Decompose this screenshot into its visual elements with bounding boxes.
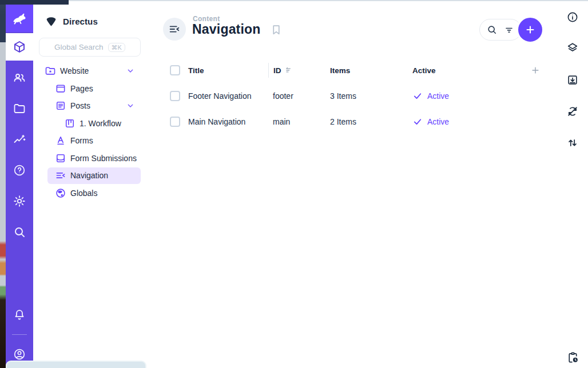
cell-title: Main Navigation — [188, 117, 268, 126]
add-item-button[interactable] — [517, 16, 544, 43]
module-insights[interactable] — [6, 126, 33, 153]
module-files[interactable] — [6, 95, 33, 122]
collection-icon-button[interactable] — [163, 18, 186, 41]
kanban-icon — [64, 118, 76, 129]
nav-list-icon — [168, 23, 181, 35]
module-settings[interactable] — [6, 187, 33, 215]
folder-icon — [13, 102, 26, 115]
sync-disabled-icon — [566, 105, 579, 118]
cell-id: footer — [268, 91, 325, 101]
table-row[interactable]: Main Navigation main 2 Items Active — [170, 109, 541, 134]
column-header-id-label: ID — [273, 66, 281, 75]
info-sidebar-button[interactable] — [566, 11, 579, 23]
collection-tree: Website Pages Posts — [33, 62, 150, 202]
row-checkbox[interactable] — [170, 117, 180, 127]
tree-item-navigation[interactable]: Navigation — [33, 167, 150, 185]
active-label: Active — [427, 91, 449, 101]
project-name: Directus — [63, 17, 98, 26]
tree-item-label: Posts — [70, 101, 90, 110]
directus-logo-button[interactable] — [6, 5, 33, 32]
gear-icon — [13, 194, 26, 208]
box-icon — [13, 40, 26, 54]
tree-item-posts[interactable]: Posts — [33, 97, 150, 115]
sort-indicator-icon[interactable] — [285, 66, 293, 74]
table-row[interactable]: Footer Navigation footer 3 Items Active — [170, 83, 541, 109]
tree-item-label: Forms — [70, 136, 93, 145]
check-icon — [412, 117, 423, 127]
search-icon — [13, 225, 26, 239]
tree-item-form-submissions[interactable]: Form Submissions — [33, 150, 150, 167]
tree-item-forms[interactable]: Forms — [33, 132, 150, 150]
module-users[interactable] — [6, 64, 33, 91]
filter-icon[interactable] — [503, 24, 515, 35]
folder-star-icon — [45, 65, 56, 77]
check-icon — [412, 91, 423, 101]
global-search-placeholder: Global Search — [54, 43, 104, 51]
insights-icon — [13, 133, 26, 146]
letter-a-icon — [55, 135, 66, 146]
search-icon[interactable] — [486, 24, 498, 35]
cell-id: main — [268, 117, 325, 126]
tree-item-label: Navigation — [70, 171, 108, 180]
global-search-input[interactable]: Global Search ⌘K — [39, 38, 141, 57]
chevron-down-icon[interactable] — [126, 101, 135, 110]
cell-active: Active — [408, 117, 525, 127]
nav-sidebar: Directus Global Search ⌘K Website — [33, 5, 150, 368]
select-all-checkbox[interactable] — [170, 65, 180, 75]
tree-item-label: Pages — [70, 84, 93, 93]
import-export-button[interactable] — [566, 74, 579, 86]
module-help[interactable] — [6, 157, 33, 184]
module-search[interactable] — [6, 218, 33, 246]
module-bar — [6, 5, 33, 368]
people-icon — [13, 71, 26, 85]
row-checkbox[interactable] — [170, 91, 180, 101]
tree-item-label: Website — [60, 66, 89, 75]
tree-item-workflow[interactable]: 1. Workflow — [33, 115, 150, 133]
bell-icon — [13, 308, 26, 322]
project-header[interactable]: Directus — [33, 5, 150, 30]
tree-item-pages[interactable]: Pages — [33, 80, 150, 98]
tree-item-label: Globals — [70, 189, 97, 198]
cell-active: Active — [408, 91, 525, 101]
column-header-items[interactable]: Items — [325, 66, 408, 75]
article-icon — [55, 100, 66, 111]
column-header-title[interactable]: Title — [188, 66, 268, 75]
active-label: Active — [427, 117, 449, 126]
cell-items: 3 Items — [325, 91, 408, 101]
status-popup — [6, 361, 146, 368]
select-all-cell — [170, 65, 188, 75]
notifications-button[interactable] — [6, 301, 33, 329]
top-chrome-line — [0, 0, 588, 1]
import-box-icon — [566, 74, 579, 86]
project-logo-icon — [45, 15, 58, 28]
module-bar-divider — [12, 334, 27, 335]
module-content[interactable] — [6, 33, 33, 61]
tree-item-label: Form Submissions — [70, 154, 137, 163]
rabbit-logo-icon — [11, 10, 28, 27]
add-column-button[interactable] — [525, 65, 541, 75]
tree-item-globals[interactable]: Globals — [33, 185, 150, 202]
pending-actions-icon — [566, 351, 579, 364]
column-header-id[interactable]: ID — [268, 63, 325, 78]
info-icon — [566, 11, 579, 23]
globe-icon — [55, 187, 66, 199]
shortcut-badge: ⌘K — [108, 43, 125, 52]
sync-disabled-button[interactable] — [566, 105, 579, 118]
activity-log-button[interactable] — [566, 351, 579, 363]
module-bar-bottom — [6, 301, 33, 368]
layers-icon — [566, 42, 579, 54]
layout-options-button[interactable] — [566, 42, 579, 54]
swap-vertical-icon — [566, 137, 579, 149]
desktop-background-strip — [0, 0, 6, 368]
tree-item-website[interactable]: Website — [33, 62, 150, 80]
bookmark-icon[interactable] — [270, 23, 283, 36]
inbox-icon — [55, 153, 66, 164]
window-icon — [55, 83, 66, 94]
sort-items-button[interactable] — [566, 137, 579, 149]
chevron-down-icon[interactable] — [126, 66, 135, 75]
cell-title: Footer Navigation — [188, 91, 268, 101]
column-header-active[interactable]: Active — [408, 66, 525, 75]
table-header-row: Title ID Items Active — [170, 63, 541, 78]
items-table: Title ID Items Active Footer Navigation … — [170, 63, 541, 134]
table-body: Footer Navigation footer 3 Items Active … — [170, 83, 541, 134]
